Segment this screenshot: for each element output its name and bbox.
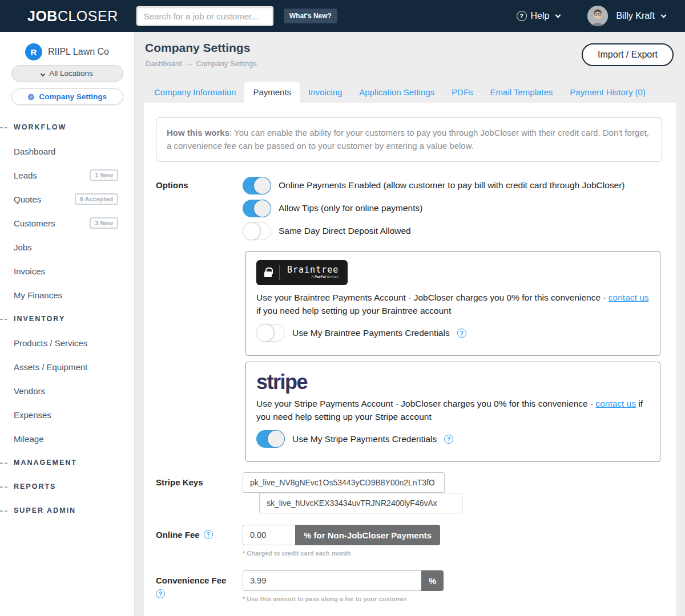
allow-tips-label: Allow Tips (only for online payments) — [279, 203, 422, 213]
breadcrumb-arrow-icon: → — [186, 59, 193, 68]
online-fee-label: Online Fee — [156, 530, 200, 540]
sidebar-item-vendors[interactable]: Vendors — [0, 379, 134, 403]
convenience-fee-help-icon[interactable]: ? — [156, 589, 165, 598]
convenience-fee-input[interactable] — [243, 570, 421, 591]
section-workflow: WORKFLOW — [0, 115, 134, 139]
page-title: Company Settings — [145, 41, 250, 55]
braintree-credentials-label: Use My Braintree Payments Credentials — [292, 328, 450, 338]
payments-panel: How this works: You can enable the abili… — [144, 103, 676, 616]
same-day-deposit-label: Same Day Direct Deposit Allowed — [279, 226, 411, 236]
user-avatar[interactable] — [587, 6, 608, 26]
breadcrumb: Dashboard→Company Settings — [146, 59, 257, 68]
online-fee-label-row: Online Fee ? — [156, 525, 243, 557]
sidebar-item-products-services[interactable]: Products / Services — [0, 331, 134, 355]
user-menu[interactable]: Billy Kraft — [616, 11, 666, 21]
sidebar-item-leads[interactable]: Leads1 New — [0, 163, 134, 187]
company-logo: R — [25, 43, 42, 60]
braintree-logo: Braintree A PayPal Service — [256, 260, 348, 285]
stripe-credentials-label: Use My Stripe Payments Credentials — [292, 434, 437, 444]
breadcrumb-dashboard[interactable]: Dashboard — [146, 59, 182, 68]
sidebar-item-my-finances[interactable]: My Finances — [0, 283, 134, 307]
section-reports[interactable]: REPORTS — [0, 475, 134, 499]
top-navbar: JOBCLOSER What's New? ? Help Billy Kraft — [0, 0, 685, 32]
braintree-wordmark: Braintree — [287, 265, 339, 275]
options-label: Options — [156, 177, 243, 245]
tab-payment-history[interactable]: Payment History (0) — [561, 82, 654, 103]
allow-tips-toggle[interactable] — [243, 200, 271, 217]
tab-invoicing[interactable]: Invoicing — [300, 82, 350, 103]
global-search-input[interactable] — [136, 6, 273, 26]
allow-tips-toggle-row: Allow Tips (only for online payments) — [243, 200, 662, 217]
company-settings-label: Company Settings — [39, 92, 107, 101]
main-area: Company Settings Dashboard→Company Setti… — [135, 32, 685, 616]
same-day-deposit-toggle[interactable] — [243, 222, 271, 240]
help-icon: ? — [517, 11, 527, 21]
braintree-credentials-toggle[interactable] — [256, 324, 285, 342]
contact-us-link[interactable]: contact us — [609, 293, 649, 302]
convenience-fee-label-row: Convenience Fee ? — [156, 570, 243, 602]
all-locations-dropdown[interactable]: All Locations — [11, 65, 123, 82]
tab-email-templates[interactable]: Email Templates — [482, 82, 562, 103]
logo-bold: JOB — [27, 8, 58, 24]
convenience-fee-hint: * Use this amount to pass along a fee to… — [243, 595, 662, 602]
sidebar-item-expenses[interactable]: Expenses — [0, 403, 134, 427]
sidebar-item-assets-equipment[interactable]: Assets / Equipment — [0, 355, 134, 379]
settings-tabs: Company Information Payments Invoicing A… — [146, 82, 654, 103]
sidebar-item-customers[interactable]: Customers3 New — [0, 211, 134, 235]
online-payments-toggle[interactable] — [243, 177, 271, 194]
note-title: How this works — [167, 128, 229, 137]
gear-icon: ⚙ — [27, 93, 35, 101]
stripe-help-icon[interactable]: ? — [444, 435, 453, 444]
stripe-secret-key-input[interactable] — [259, 493, 462, 513]
braintree-credentials-row: Use My Braintree Payments Credentials ? — [256, 324, 650, 342]
lock-icon — [264, 271, 272, 277]
sidebar-nav: WORKFLOW Dashboard Leads1 New Quotes8 Ac… — [0, 115, 134, 522]
stripe-credentials-row: Use My Stripe Payments Credentials ? — [256, 430, 650, 448]
online-fee-addon: % for Non-JobCloser Payments — [295, 525, 440, 545]
company-identity: R RIIPL Lawn Co — [0, 43, 134, 60]
braintree-help-icon[interactable]: ? — [457, 329, 466, 338]
section-management[interactable]: MANAGEMENT — [0, 451, 134, 475]
online-payments-label: Online Payments Enabled (allow customer … — [279, 180, 625, 191]
sidebar-item-quotes[interactable]: Quotes8 Accepted — [0, 187, 134, 211]
section-super-admin[interactable]: SUPER ADMIN — [0, 499, 134, 522]
sidebar-item-mileage[interactable]: Mileage — [0, 427, 134, 451]
contact-us-link[interactable]: contact us — [595, 399, 636, 408]
customers-badge: 3 New — [90, 217, 118, 229]
online-fee-input[interactable] — [243, 525, 295, 545]
braintree-box: Braintree A PayPal Service Use your Brai… — [245, 251, 660, 356]
logo-light: CLOSER — [58, 8, 118, 24]
logo-divider — [279, 265, 280, 280]
company-settings-button[interactable]: ⚙ Company Settings — [11, 88, 123, 105]
online-fee-help-icon[interactable]: ? — [204, 530, 213, 539]
stripe-wordmark: stripe — [256, 371, 650, 394]
avatar-image — [587, 6, 608, 26]
how-this-works-note: How this works: You can enable the abili… — [156, 117, 662, 162]
tab-pdfs[interactable]: PDFs — [443, 82, 482, 103]
tab-application-settings[interactable]: Application Settings — [350, 82, 443, 103]
sidebar-item-jobs[interactable]: Jobs — [0, 235, 134, 259]
app-logo: JOBCLOSER — [27, 8, 118, 25]
all-locations-label: All Locations — [49, 69, 93, 78]
whats-new-button[interactable]: What's New? — [284, 9, 337, 23]
braintree-description: Use your Braintree Payments Account - Jo… — [256, 291, 650, 318]
help-menu[interactable]: ? Help — [517, 11, 561, 21]
convenience-fee-label: Convenience Fee — [156, 576, 226, 585]
stripe-description: Use your Stripe Payments Account - JobCl… — [256, 397, 650, 424]
chevron-down-icon — [661, 13, 667, 18]
stripe-publishable-key-input[interactable] — [243, 472, 445, 493]
company-name: RIIPL Lawn Co — [48, 47, 109, 57]
tab-payments[interactable]: Payments — [244, 82, 300, 103]
stripe-credentials-toggle[interactable] — [256, 430, 285, 448]
tab-company-information[interactable]: Company Information — [146, 82, 244, 103]
import-export-button[interactable]: Import / Export — [582, 43, 674, 66]
online-fee-hint: * Charged to credit card each month — [243, 550, 662, 557]
note-body: : You can enable the ability for your cu… — [167, 128, 649, 151]
section-inventory: INVENTORY — [0, 307, 134, 331]
sidebar-item-dashboard[interactable]: Dashboard — [0, 139, 134, 163]
sidebar-item-invoices[interactable]: Invoices — [0, 259, 134, 283]
stripe-keys-label: Stripe Keys — [156, 472, 243, 513]
leads-badge: 1 New — [90, 169, 118, 181]
quotes-badge: 8 Accepted — [75, 193, 118, 205]
chevron-down-icon — [555, 13, 561, 18]
